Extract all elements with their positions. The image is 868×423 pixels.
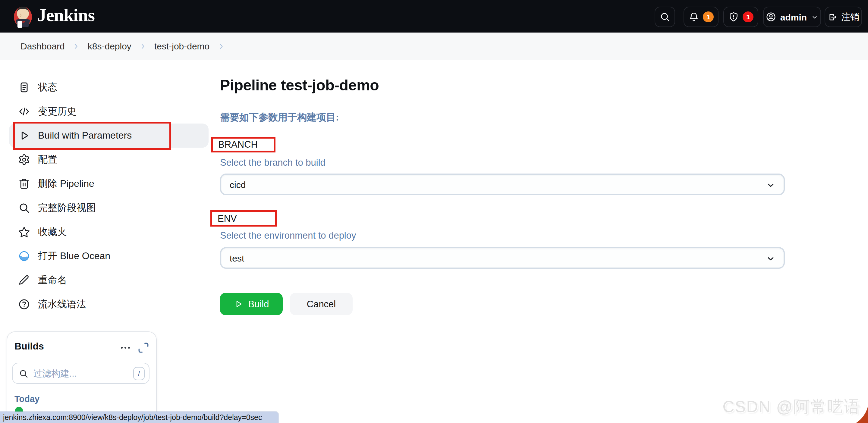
sidebar-item-changes[interactable]: 变更历史 [9, 99, 209, 124]
parameter-description-env: Select the environment to deploy [220, 230, 356, 241]
bell-icon [688, 11, 699, 22]
chevron-down-icon [810, 13, 818, 21]
trash-icon [18, 178, 30, 190]
top-navbar: Jenkins 1 1 admin [0, 0, 868, 33]
account-menu-button[interactable]: admin [763, 7, 821, 27]
sidebar-item-label: 打开 Blue Ocean [38, 250, 110, 262]
logout-button[interactable]: 注销 [825, 7, 862, 27]
jenkins-butler-logo[interactable] [12, 4, 34, 28]
annotation-box-env: ENV [210, 210, 277, 227]
star-icon [18, 226, 30, 238]
play-icon [234, 299, 243, 308]
breadcrumb-separator-icon [138, 42, 147, 50]
username-label: admin [780, 12, 807, 22]
branch-select[interactable]: cicd [220, 173, 785, 195]
pencil-icon [18, 274, 30, 286]
sidebar-item-pipeline-syntax[interactable]: 流水线语法 [9, 292, 209, 316]
sidebar-item-label: 配置 [38, 153, 57, 166]
document-icon [18, 82, 30, 93]
search-button[interactable] [655, 7, 675, 27]
chevron-down-icon [766, 254, 776, 264]
logout-icon [827, 12, 838, 22]
cancel-button[interactable]: Cancel [290, 293, 352, 315]
link-preview-status-bar: jenkins.zhiexa.com:8900/view/k8s-deploy/… [0, 412, 278, 423]
env-select[interactable]: test [220, 247, 785, 269]
breadcrumb-k8s-deploy[interactable]: k8s-deploy [88, 41, 131, 51]
csdn-corner-logo [852, 406, 868, 423]
cancel-button-label: Cancel [307, 299, 336, 310]
sidebar-item-full-stage-view[interactable]: 完整阶段视图 [9, 196, 209, 220]
parameter-description-branch: Select the branch to build [220, 157, 326, 168]
search-icon [19, 368, 28, 378]
code-icon [18, 105, 30, 118]
sidebar-item-configure[interactable]: 配置 [9, 148, 209, 172]
parameter-name-env: ENV [212, 213, 237, 224]
breadcrumb-dashboard[interactable]: Dashboard [21, 41, 65, 51]
logout-label: 注销 [841, 11, 859, 23]
play-icon [18, 130, 30, 141]
user-icon [766, 11, 777, 22]
builds-panel-header: Builds [7, 332, 156, 362]
builds-filter-field: / [12, 363, 150, 384]
sidebar-item-delete-pipeline[interactable]: 删除 Pipeline [9, 172, 209, 196]
page: Jenkins 1 1 admin [0, 0, 868, 423]
link-preview-url: jenkins.zhiexa.com:8900/view/k8s-deploy/… [3, 413, 262, 422]
sidebar-item-label: 完整阶段视图 [38, 201, 96, 214]
notifications-button[interactable]: 1 [684, 7, 718, 27]
env-select-value: test [230, 253, 244, 263]
parameters-intro-text: 需要如下参数用于构建项目: [220, 111, 339, 124]
magnifier-icon [18, 202, 30, 214]
overflow-menu-icon[interactable] [119, 341, 132, 354]
builds-group-label: Today [14, 394, 39, 404]
sidebar-item-open-blue-ocean[interactable]: 打开 Blue Ocean [9, 244, 209, 268]
shortcut-key-badge: / [133, 367, 145, 380]
builds-filter-input[interactable] [33, 368, 124, 379]
chevron-down-icon [766, 180, 776, 190]
build-button[interactable]: Build [220, 293, 283, 315]
breadcrumb: Dashboard k8s-deploy test-job-demo [0, 33, 868, 60]
sidebar-item-label: Build with Parameters [38, 130, 132, 141]
breadcrumb-separator-icon [217, 42, 225, 50]
breadcrumb-test-job-demo[interactable]: test-job-demo [154, 41, 210, 51]
sidebar-item-favorites[interactable]: 收藏夹 [9, 220, 209, 244]
sidebar-item-build-with-parameters[interactable]: Build with Parameters [9, 124, 209, 148]
security-badge: 1 [743, 11, 753, 22]
parameter-name-branch: BRANCH [213, 139, 258, 150]
sidebar-item-label: 删除 Pipeline [38, 177, 94, 190]
security-button[interactable]: 1 [723, 7, 758, 27]
shield-alert-icon [728, 11, 739, 22]
help-icon [18, 298, 30, 310]
gear-icon [18, 154, 30, 166]
sidebar-item-label: 收藏夹 [38, 226, 67, 238]
builds-panel-title: Builds [14, 341, 44, 352]
page-title: Pipeline test-job-demo [220, 76, 379, 94]
search-icon [659, 11, 670, 22]
expand-icon[interactable] [137, 341, 150, 354]
build-button-label: Build [248, 299, 269, 310]
blue-ocean-icon [18, 250, 30, 262]
sidebar-item-label: 变更历史 [38, 105, 76, 118]
annotation-box-branch: BRANCH [211, 137, 276, 153]
branch-select-value: cicd [230, 179, 246, 190]
breadcrumb-separator-icon [72, 42, 81, 50]
builds-panel: Builds / Today [7, 331, 157, 423]
sidebar-item-rename[interactable]: 重命名 [9, 268, 209, 292]
sidebar-item-label: 重命名 [38, 274, 67, 287]
sidebar-item-label: 状态 [38, 81, 57, 94]
notifications-badge: 1 [703, 11, 714, 22]
sidebar-item-status[interactable]: 状态 [9, 75, 209, 99]
csdn-watermark: CSDN @阿常呓语 [722, 396, 861, 418]
brand-wordmark[interactable]: Jenkins [37, 5, 95, 25]
sidebar-item-label: 流水线语法 [38, 298, 86, 311]
